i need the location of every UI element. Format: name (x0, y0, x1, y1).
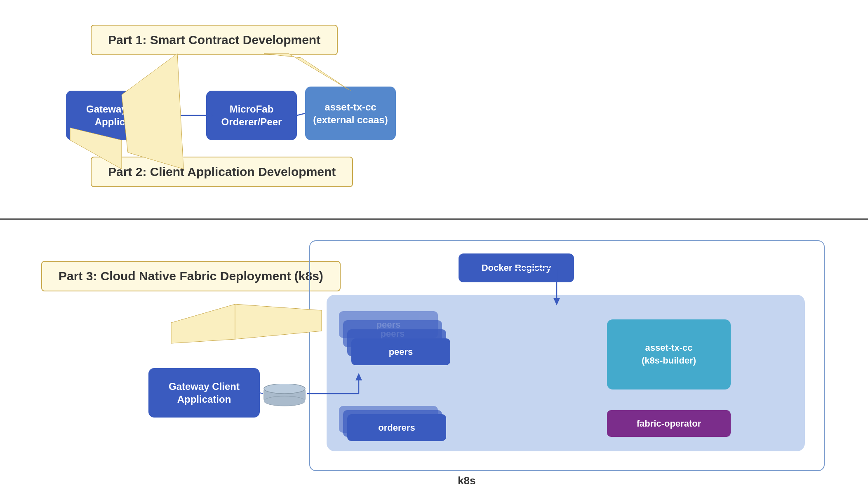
asset-tx-k8s: asset-tx-cc(k8s-builder) (607, 319, 731, 389)
svg-marker-10 (235, 304, 322, 339)
k8s-outer-box: Docker Registry peers peers peers peers … (309, 240, 825, 471)
docker-registry: Docker Registry (459, 253, 574, 282)
fabric-operator: fabric-operator (607, 410, 731, 437)
asset-tx-top: asset-tx-cc(external ccaas) (305, 87, 396, 140)
part3-label: Part 3: Cloud Native Fabric Deployment (… (41, 261, 341, 291)
peer-box-main: peers (351, 338, 450, 365)
k8s-inner-cluster: peers peers peers peers orderers asset-t… (327, 295, 805, 451)
svg-marker-4 (264, 54, 350, 91)
svg-point-8 (264, 396, 305, 406)
part1-label: Part 1: Smart Contract Development (91, 25, 338, 55)
orderer-box-main: orderers (347, 414, 446, 441)
orderers-area: orderers (339, 406, 463, 443)
microfab-box: MicroFabOrderer/Peer (206, 91, 297, 140)
k8s-label: k8s (458, 474, 475, 487)
svg-marker-9 (171, 304, 235, 343)
part2-label: Part 2: Client Application Development (91, 157, 353, 187)
gateway-client-bottom: Gateway ClientApplication (148, 368, 260, 418)
top-section: Part 1: Smart Contract Development Part … (0, 0, 868, 218)
peers-area: peers peers peers peers (339, 311, 463, 394)
svg-point-7 (264, 384, 305, 394)
svg-line-2 (297, 113, 305, 115)
gateway-client-top: Gateway ClientApplication (66, 91, 177, 140)
bottom-section: Part 3: Cloud Native Fabric Deployment (… (0, 220, 868, 488)
cylinder-connector (262, 384, 307, 406)
